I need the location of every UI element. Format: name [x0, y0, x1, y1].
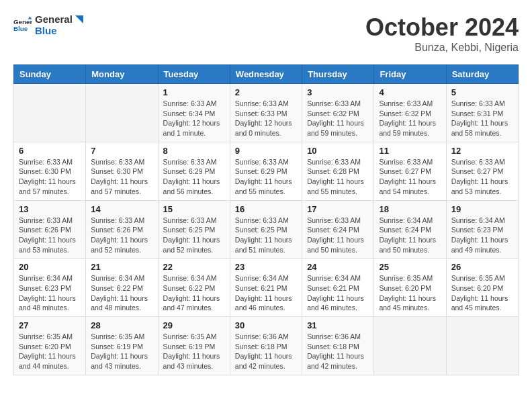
- day-number: 23: [235, 262, 297, 272]
- day-number: 10: [307, 146, 369, 156]
- calendar-cell: [374, 317, 446, 375]
- logo: General Blue General Blue: [13, 13, 85, 37]
- calendar-cell: 5Sunrise: 6:33 AMSunset: 6:31 PMDaylight…: [446, 84, 518, 142]
- day-info: Sunrise: 6:33 AMSunset: 6:34 PMDaylight:…: [163, 99, 225, 138]
- calendar-cell: 30Sunrise: 6:36 AMSunset: 6:18 PMDayligh…: [230, 317, 302, 375]
- calendar-cell: [86, 84, 158, 142]
- month-title: October 2024: [365, 13, 519, 42]
- day-number: 28: [91, 320, 152, 330]
- day-info: Sunrise: 6:34 AMSunset: 6:23 PMDaylight:…: [451, 216, 513, 255]
- calendar-week-2: 6Sunrise: 6:33 AMSunset: 6:30 PMDaylight…: [14, 142, 519, 200]
- day-number: 21: [91, 262, 152, 272]
- calendar-cell: 7Sunrise: 6:33 AMSunset: 6:30 PMDaylight…: [86, 142, 158, 200]
- calendar-week-3: 13Sunrise: 6:33 AMSunset: 6:26 PMDayligh…: [14, 200, 519, 259]
- day-number: 18: [379, 204, 441, 214]
- calendar-table: SundayMondayTuesdayWednesdayThursdayFrid…: [13, 64, 519, 375]
- logo-arrow-icon: [70, 14, 85, 29]
- calendar-cell: 28Sunrise: 6:35 AMSunset: 6:19 PMDayligh…: [86, 317, 158, 375]
- calendar-cell: 12Sunrise: 6:33 AMSunset: 6:27 PMDayligh…: [446, 142, 518, 200]
- day-number: 13: [19, 204, 81, 214]
- weekday-saturday: Saturday: [446, 65, 518, 84]
- day-info: Sunrise: 6:35 AMSunset: 6:20 PMDaylight:…: [451, 273, 513, 313]
- calendar-cell: 20Sunrise: 6:34 AMSunset: 6:23 PMDayligh…: [14, 259, 86, 317]
- day-info: Sunrise: 6:33 AMSunset: 6:29 PMDaylight:…: [163, 157, 225, 197]
- calendar-cell: 31Sunrise: 6:36 AMSunset: 6:18 PMDayligh…: [302, 317, 374, 375]
- day-info: Sunrise: 6:33 AMSunset: 6:30 PMDaylight:…: [91, 157, 152, 197]
- day-number: 16: [235, 204, 297, 214]
- day-number: 9: [235, 146, 297, 156]
- day-info: Sunrise: 6:34 AMSunset: 6:24 PMDaylight:…: [379, 216, 441, 255]
- day-number: 1: [163, 87, 225, 97]
- calendar-cell: 24Sunrise: 6:34 AMSunset: 6:21 PMDayligh…: [302, 259, 374, 317]
- svg-text:Blue: Blue: [13, 25, 28, 32]
- day-number: 11: [379, 146, 441, 156]
- day-number: 4: [379, 87, 441, 97]
- weekday-thursday: Thursday: [302, 65, 374, 84]
- day-info: Sunrise: 6:33 AMSunset: 6:32 PMDaylight:…: [379, 99, 441, 138]
- calendar-cell: 16Sunrise: 6:33 AMSunset: 6:25 PMDayligh…: [230, 200, 302, 259]
- day-info: Sunrise: 6:34 AMSunset: 6:21 PMDaylight:…: [307, 273, 369, 313]
- day-number: 29: [163, 320, 225, 330]
- weekday-wednesday: Wednesday: [230, 65, 302, 84]
- calendar-cell: 23Sunrise: 6:34 AMSunset: 6:21 PMDayligh…: [230, 259, 302, 317]
- day-info: Sunrise: 6:34 AMSunset: 6:22 PMDaylight:…: [91, 273, 152, 313]
- calendar-cell: 19Sunrise: 6:34 AMSunset: 6:23 PMDayligh…: [446, 200, 518, 259]
- day-info: Sunrise: 6:35 AMSunset: 6:19 PMDaylight:…: [91, 332, 152, 371]
- calendar-cell: 9Sunrise: 6:33 AMSunset: 6:29 PMDaylight…: [230, 142, 302, 200]
- day-info: Sunrise: 6:33 AMSunset: 6:24 PMDaylight:…: [307, 216, 369, 255]
- title-block: October 2024 Bunza, Kebbi, Nigeria: [365, 13, 519, 54]
- day-number: 12: [451, 146, 513, 156]
- calendar-cell: 2Sunrise: 6:33 AMSunset: 6:33 PMDaylight…: [230, 84, 302, 142]
- calendar-cell: 21Sunrise: 6:34 AMSunset: 6:22 PMDayligh…: [86, 259, 158, 317]
- calendar-cell: 8Sunrise: 6:33 AMSunset: 6:29 PMDaylight…: [158, 142, 230, 200]
- calendar-header: SundayMondayTuesdayWednesdayThursdayFrid…: [14, 65, 519, 84]
- day-number: 8: [163, 146, 225, 156]
- day-number: 30: [235, 320, 297, 330]
- calendar-week-1: 1Sunrise: 6:33 AMSunset: 6:34 PMDaylight…: [14, 84, 519, 142]
- day-info: Sunrise: 6:34 AMSunset: 6:21 PMDaylight:…: [235, 273, 297, 313]
- calendar-body: 1Sunrise: 6:33 AMSunset: 6:34 PMDaylight…: [14, 84, 519, 375]
- day-number: 15: [163, 204, 225, 214]
- day-number: 26: [451, 262, 513, 272]
- day-info: Sunrise: 6:33 AMSunset: 6:31 PMDaylight:…: [451, 99, 513, 138]
- page-header: General Blue General Blue October 2024 B…: [13, 13, 519, 54]
- day-number: 25: [379, 262, 441, 272]
- day-info: Sunrise: 6:33 AMSunset: 6:27 PMDaylight:…: [379, 157, 441, 197]
- calendar-cell: 4Sunrise: 6:33 AMSunset: 6:32 PMDaylight…: [374, 84, 446, 142]
- calendar-cell: 18Sunrise: 6:34 AMSunset: 6:24 PMDayligh…: [374, 200, 446, 259]
- calendar-cell: 1Sunrise: 6:33 AMSunset: 6:34 PMDaylight…: [158, 84, 230, 142]
- day-info: Sunrise: 6:35 AMSunset: 6:20 PMDaylight:…: [379, 273, 441, 313]
- day-number: 14: [91, 204, 152, 214]
- day-info: Sunrise: 6:33 AMSunset: 6:27 PMDaylight:…: [451, 157, 513, 197]
- logo-blue: Blue: [35, 25, 73, 36]
- day-number: 22: [163, 262, 225, 272]
- day-number: 19: [451, 204, 513, 214]
- day-info: Sunrise: 6:36 AMSunset: 6:18 PMDaylight:…: [307, 332, 369, 371]
- logo-icon: General Blue: [13, 15, 32, 34]
- calendar-cell: 17Sunrise: 6:33 AMSunset: 6:24 PMDayligh…: [302, 200, 374, 259]
- calendar-cell: 25Sunrise: 6:35 AMSunset: 6:20 PMDayligh…: [374, 259, 446, 317]
- day-number: 27: [19, 320, 81, 330]
- day-info: Sunrise: 6:34 AMSunset: 6:23 PMDaylight:…: [19, 273, 81, 313]
- calendar-cell: 10Sunrise: 6:33 AMSunset: 6:28 PMDayligh…: [302, 142, 374, 200]
- day-info: Sunrise: 6:33 AMSunset: 6:32 PMDaylight:…: [307, 99, 369, 138]
- weekday-friday: Friday: [374, 65, 446, 84]
- calendar-cell: 22Sunrise: 6:34 AMSunset: 6:22 PMDayligh…: [158, 259, 230, 317]
- day-info: Sunrise: 6:33 AMSunset: 6:26 PMDaylight:…: [91, 216, 152, 255]
- calendar-cell: 14Sunrise: 6:33 AMSunset: 6:26 PMDayligh…: [86, 200, 158, 259]
- day-number: 6: [19, 146, 81, 156]
- day-number: 3: [307, 87, 369, 97]
- day-info: Sunrise: 6:33 AMSunset: 6:25 PMDaylight:…: [235, 216, 297, 255]
- day-number: 2: [235, 87, 297, 97]
- svg-marker-4: [75, 15, 83, 24]
- calendar-week-5: 27Sunrise: 6:35 AMSunset: 6:20 PMDayligh…: [14, 317, 519, 375]
- day-info: Sunrise: 6:35 AMSunset: 6:20 PMDaylight:…: [19, 332, 81, 371]
- logo-general: General: [35, 13, 73, 25]
- calendar-cell: 26Sunrise: 6:35 AMSunset: 6:20 PMDayligh…: [446, 259, 518, 317]
- weekday-header-row: SundayMondayTuesdayWednesdayThursdayFrid…: [14, 65, 519, 84]
- day-info: Sunrise: 6:33 AMSunset: 6:25 PMDaylight:…: [163, 216, 225, 255]
- day-number: 17: [307, 204, 369, 214]
- day-info: Sunrise: 6:36 AMSunset: 6:18 PMDaylight:…: [235, 332, 297, 371]
- day-info: Sunrise: 6:33 AMSunset: 6:33 PMDaylight:…: [235, 99, 297, 138]
- day-number: 20: [19, 262, 81, 272]
